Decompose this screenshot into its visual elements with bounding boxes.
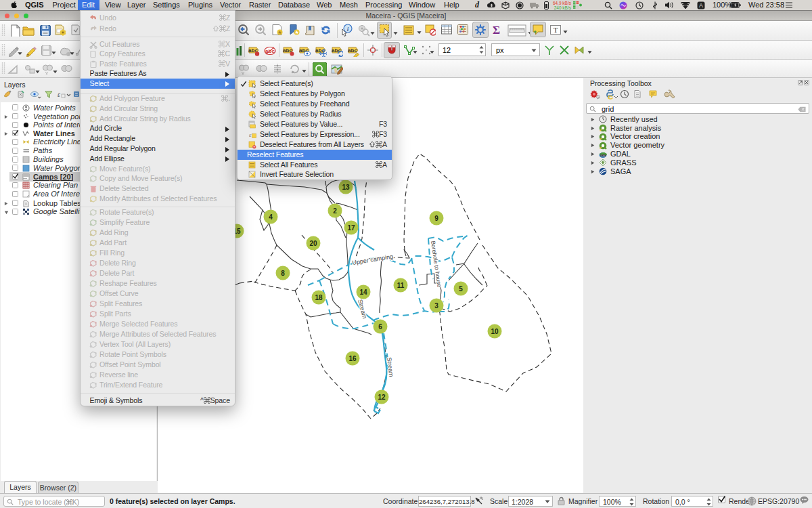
svg-text:13: 13 xyxy=(342,184,350,191)
svg-text:abc: abc xyxy=(332,47,341,54)
svg-text:abc: abc xyxy=(348,47,357,54)
svg-text:18: 18 xyxy=(315,294,323,301)
svg-text:4: 4 xyxy=(269,213,273,221)
svg-text:GDAL: GDAL xyxy=(600,154,606,156)
svg-text:10: 10 xyxy=(491,328,499,335)
svg-text:12: 12 xyxy=(378,394,386,401)
svg-text:5: 5 xyxy=(459,285,463,293)
svg-text:11: 11 xyxy=(397,282,405,289)
svg-text:2: 2 xyxy=(333,207,337,215)
svg-text:9: 9 xyxy=(434,215,438,222)
svg-text:6: 6 xyxy=(378,323,382,331)
svg-text:A: A xyxy=(699,2,703,9)
svg-text:3: 3 xyxy=(434,302,438,310)
svg-text:ε: ε xyxy=(249,131,252,138)
svg-text:20: 20 xyxy=(309,240,317,247)
svg-text:ε: ε xyxy=(58,91,60,98)
svg-text:16: 16 xyxy=(348,355,357,362)
svg-text:8: 8 xyxy=(281,270,285,277)
svg-text:Σ: Σ xyxy=(493,24,500,36)
svg-text:17: 17 xyxy=(347,224,355,232)
svg-text:T: T xyxy=(554,26,558,34)
svg-text:14: 14 xyxy=(359,289,367,296)
